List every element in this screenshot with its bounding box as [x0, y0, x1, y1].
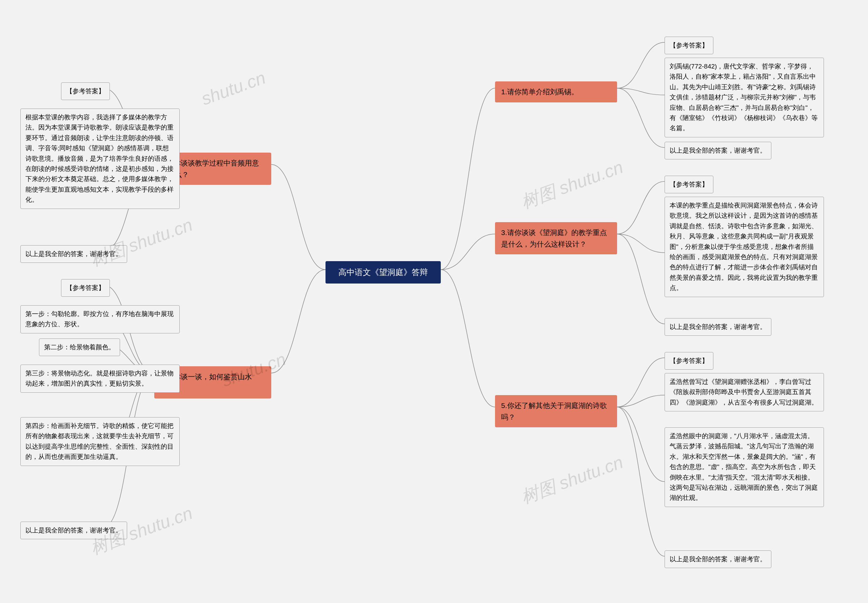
question-3[interactable]: 3.请你谈谈《望洞庭》的教学重点是什么，为什么这样设计？: [495, 222, 617, 254]
q4-step3: 第三步：将景物动态化。就是根据诗歌内容，让景物动起来，增加图片的真实性，更贴切实…: [20, 365, 180, 393]
q5-answer-body2: 孟浩然眼中的洞庭湖，"八月湖水平，涵虚混太清。气蒸云梦泽，波撼岳阳城。"这几句写…: [664, 427, 824, 507]
q1-answer-footer: 以上是我全部的答案，谢谢考官。: [664, 142, 771, 159]
q2-answer-body: 根据本堂课的教学内容，我选择了多媒体的教学方法。因为本堂课属于诗歌教学。朗读应该…: [20, 108, 180, 209]
q5-answer-footer: 以上是我全部的答案，谢谢考官。: [664, 550, 771, 568]
question-5[interactable]: 5.你还了解其他关于洞庭湖的诗歌吗？: [495, 395, 617, 427]
watermark: 树图 shutu.cn: [518, 450, 627, 509]
q1-answer-header: 【参考答案】: [664, 37, 714, 54]
q4-answer-footer: 以上是我全部的答案，谢谢考官。: [20, 522, 127, 539]
q4-step2: 第二步：给景物着颜色。: [39, 339, 120, 356]
watermark: 树图 shutu.cn: [88, 213, 196, 272]
q3-answer-footer: 以上是我全部的答案，谢谢考官。: [664, 318, 771, 336]
q3-answer-body: 本课的教学重点是描绘夜间洞庭湖景色特点，体会诗歌意境。我之所以这样设计，是因为这…: [664, 197, 824, 297]
watermark: shutu.cn: [199, 67, 268, 109]
q2-answer-header: 【参考答案】: [61, 82, 110, 100]
q5-answer-header: 【参考答案】: [664, 352, 714, 370]
q2-answer-footer: 以上是我全部的答案，谢谢考官。: [20, 245, 127, 263]
watermark: 树图 shutu.cn: [518, 155, 627, 214]
q4-step1: 第一步：勾勒轮廓。即按方位，有序地在脑海中展现意象的方位、形状。: [20, 305, 180, 333]
q1-answer-body: 刘禹锡(772-842)，唐代文学家、哲学家，字梦得，洛阳人，自称"家本荥上，籍…: [664, 58, 824, 138]
q4-answer-header: 【参考答案】: [61, 279, 110, 297]
center-topic[interactable]: 高中语文《望洞庭》答辩: [326, 261, 441, 283]
q4-step4: 第四步：给画面补充细节。诗歌的精炼，使它可能把所有的物象都表现出来，这就要学生去…: [20, 417, 180, 466]
q5-answer-body1: 孟浩然曾写过《望洞庭湖赠张丞相》，李白曾写过《陪族叔刑部侍郎晔及中书贾舍人至游洞…: [664, 373, 824, 411]
q3-answer-header: 【参考答案】: [664, 176, 714, 193]
question-1[interactable]: 1.请你简单介绍刘禹锡。: [495, 81, 617, 102]
